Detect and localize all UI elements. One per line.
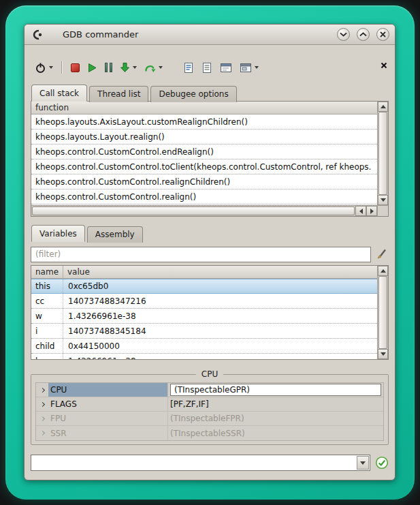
- maximize-button[interactable]: [357, 28, 370, 41]
- expand-chevron-icon[interactable]: [36, 383, 48, 397]
- continue-button[interactable]: [118, 61, 138, 74]
- power-button[interactable]: [33, 61, 54, 75]
- app-icon: [30, 29, 45, 41]
- watch-window-button[interactable]: [219, 61, 233, 74]
- close-icon: [380, 31, 386, 37]
- variable-row[interactable]: cc 140737488347216: [31, 294, 377, 309]
- tab-variables[interactable]: Variables: [31, 225, 85, 242]
- pause-button[interactable]: [103, 61, 114, 74]
- callstack-row[interactable]: kheops.control.CustomControl.endRealign(…: [31, 144, 377, 159]
- arrow-down-icon: [381, 352, 386, 356]
- variables-column-header[interactable]: name value: [31, 266, 377, 279]
- pause-icon: [105, 63, 112, 72]
- scroll-up-button[interactable]: [378, 266, 388, 276]
- console-window-icon: [240, 63, 252, 73]
- value-column-label[interactable]: value: [63, 266, 377, 278]
- callstack-row[interactable]: kheops.layouts.AxisLayout.customRealignC…: [31, 114, 377, 129]
- dropdown-arrow-icon: [133, 66, 137, 69]
- variable-value: 0xc65db0: [63, 279, 377, 293]
- scroll-left-button[interactable]: [355, 206, 366, 216]
- scrollbar-thumb[interactable]: [32, 206, 355, 215]
- tab-debugee-options[interactable]: Debugee options: [150, 86, 236, 102]
- variable-row[interactable]: child 0x44150000: [31, 339, 377, 354]
- titlebar[interactable]: GDB commander: [25, 25, 395, 45]
- callstack-row[interactable]: kheops.control.CustomControl.realign(): [31, 189, 377, 204]
- variable-row[interactable]: i 140737488345184: [31, 324, 377, 339]
- dropdown-arrow-icon: [49, 66, 53, 69]
- variable-value: 1.43266961e-38: [63, 309, 377, 323]
- console-window-button[interactable]: [238, 61, 260, 74]
- combobox-dropdown-button[interactable]: [357, 456, 369, 470]
- run-button[interactable]: [86, 61, 99, 74]
- continue-down-icon: [120, 62, 130, 73]
- close-icon: [381, 62, 387, 69]
- variable-value: 140737488345184: [63, 324, 377, 338]
- scrollbar-thumb[interactable]: [378, 112, 387, 195]
- horizontal-scrollbar[interactable]: [31, 205, 377, 216]
- variable-name: child: [31, 339, 63, 353]
- filter-input[interactable]: [31, 247, 371, 262]
- register-group-value[interactable]: (TInspectableSSR): [168, 426, 383, 440]
- cpu-register-row[interactable]: SSR (TInspectableSSR): [36, 426, 383, 440]
- variable-row[interactable]: this 0xc65db0: [31, 279, 377, 294]
- scrollbar-track[interactable]: [378, 112, 388, 195]
- register-group-name[interactable]: CPU: [48, 383, 168, 397]
- callstack-row[interactable]: kheops.control.CustomControl.realignChil…: [31, 174, 377, 189]
- dropdown-arrow-icon: [159, 66, 163, 69]
- filter-row: [31, 246, 389, 262]
- register-group-value[interactable]: [PF,ZF,IF]: [168, 397, 383, 411]
- register-value-editor[interactable]: (TInspectableGPR): [170, 384, 381, 396]
- vertical-scrollbar[interactable]: [377, 266, 388, 359]
- inspector-tabs: Variables Assembly: [31, 225, 389, 241]
- variable-name: b: [31, 354, 63, 359]
- register-group-name[interactable]: FPU: [48, 412, 168, 425]
- power-icon: [35, 62, 46, 74]
- variables-panel: name value this 0xc65db0 cc 140737488347…: [31, 265, 389, 360]
- tab-assembly[interactable]: Assembly: [87, 226, 143, 243]
- minimize-button[interactable]: [337, 28, 350, 41]
- variable-name: i: [31, 324, 63, 338]
- variable-name: cc: [31, 294, 63, 308]
- variable-value: 1.43266961e-38: [63, 354, 377, 359]
- expand-chevron-icon[interactable]: [36, 397, 48, 411]
- cpu-register-row[interactable]: CPU (TInspectableGPR): [36, 383, 383, 397]
- chevron-up-icon: [359, 32, 367, 37]
- expand-chevron-icon[interactable]: [36, 412, 48, 425]
- scrollbar-thumb[interactable]: [378, 276, 387, 349]
- cpu-register-row[interactable]: FPU (TInspectableFPR): [36, 412, 383, 426]
- callstack-row[interactable]: kheops.layouts.Layout.realign(): [31, 129, 377, 144]
- scroll-down-button[interactable]: [378, 195, 388, 205]
- command-combobox[interactable]: [31, 455, 370, 471]
- callstack-row[interactable]: kheops.control.CustomControl.toClient(kh…: [31, 159, 377, 174]
- register-group-value[interactable]: (TInspectableGPR): [168, 383, 383, 397]
- register-group-name[interactable]: FLAGS: [48, 397, 168, 411]
- cpu-register-row[interactable]: FLAGS [PF,ZF,IF]: [36, 397, 383, 412]
- filter-brush-button[interactable]: [375, 247, 389, 261]
- window-content: Call stack Thread list Debugee options f…: [25, 59, 395, 480]
- variable-row[interactable]: b 1.43266961e-38: [31, 354, 377, 359]
- source-file-button[interactable]: [182, 61, 195, 75]
- panel-close-button[interactable]: [381, 62, 387, 69]
- close-button[interactable]: [376, 28, 389, 41]
- callstack-column-header[interactable]: function: [31, 102, 377, 114]
- stop-button[interactable]: [69, 62, 81, 74]
- variables-table: name value this 0xc65db0 cc 140737488347…: [31, 266, 377, 359]
- execute-command-button[interactable]: [375, 456, 389, 470]
- dropdown-arrow-icon: [255, 66, 259, 69]
- variable-row[interactable]: w 1.43266961e-38: [31, 309, 377, 324]
- run-icon: [87, 63, 97, 73]
- scrollbar-track[interactable]: [378, 276, 388, 349]
- vertical-scrollbar[interactable]: [377, 102, 388, 205]
- scroll-right-button[interactable]: [366, 206, 377, 216]
- register-group-value[interactable]: (TInspectableFPR): [168, 412, 383, 425]
- tab-thread-list[interactable]: Thread list: [89, 86, 148, 102]
- variable-name: w: [31, 309, 63, 323]
- disassembly-button[interactable]: [200, 61, 214, 75]
- register-group-name[interactable]: SSR: [48, 426, 168, 440]
- expand-chevron-icon[interactable]: [36, 426, 48, 440]
- scroll-up-button[interactable]: [378, 102, 388, 112]
- tab-call-stack[interactable]: Call stack: [31, 85, 87, 102]
- name-column-label[interactable]: name: [31, 266, 63, 278]
- scroll-down-button[interactable]: [378, 349, 388, 359]
- step-over-button[interactable]: [143, 61, 164, 74]
